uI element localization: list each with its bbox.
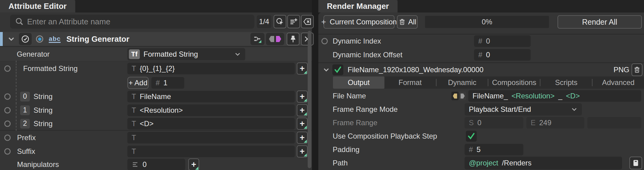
- path-field[interactable]: @project/Renders: [465, 157, 622, 169]
- pin-button[interactable]: [287, 33, 299, 45]
- connection-socket[interactable]: [4, 107, 11, 113]
- collapse-chevron-icon[interactable]: [7, 34, 16, 44]
- connection-socket[interactable]: [4, 148, 11, 154]
- text-prefix: T: [132, 64, 136, 73]
- indent-guide: [16, 103, 16, 118]
- pick-attribute-button[interactable]: [274, 15, 286, 28]
- add-manipulator-button[interactable]: +: [188, 158, 199, 170]
- connection-socket[interactable]: [321, 38, 328, 44]
- dynamic-index-offset-row: Dynamic Index Offset # 0: [318, 48, 644, 62]
- string-field-0[interactable]: T FileName: [127, 91, 295, 102]
- plus-icon: +: [321, 17, 326, 27]
- connection-socket[interactable]: [4, 134, 11, 141]
- add-current-composition-button[interactable]: + Current Composition: [324, 15, 395, 29]
- string-value-2: <D>: [140, 119, 154, 128]
- expression-back-button[interactable]: [451, 92, 458, 100]
- start-prefix: S: [469, 119, 474, 127]
- tab-format[interactable]: Format: [384, 76, 436, 89]
- dynamic-index-label: Dynamic Index: [333, 37, 381, 45]
- attribute-editor-panel: Attribute Editor 1/4: [0, 0, 312, 170]
- manipulators-row: Manipulators 0 +: [0, 158, 312, 170]
- selection-bar: [0, 32, 3, 46]
- connection-socket[interactable]: [4, 93, 11, 100]
- tab-dynamic[interactable]: Dynamic: [437, 76, 488, 89]
- add-to-list-button[interactable]: [287, 15, 300, 28]
- render-all-button[interactable]: Render All: [557, 15, 642, 29]
- frame-range-step-field[interactable]: [587, 117, 641, 129]
- suffix-label: Suffix: [17, 147, 35, 156]
- suffix-row: Suffix T +: [0, 144, 312, 158]
- clear-search-button[interactable]: [301, 15, 314, 28]
- trash-icon: [633, 66, 641, 73]
- text-prefix: T: [132, 133, 136, 142]
- add-connection-button[interactable]: +: [297, 118, 308, 130]
- history-forward-icon[interactable]: [276, 36, 281, 42]
- dynamic-index-offset-value: 0: [486, 51, 490, 59]
- history-navigation-buttons[interactable]: [266, 33, 284, 45]
- enabled-toggle-button[interactable]: [19, 33, 32, 45]
- render-item-name: FileName_1920x1080_Wednesday.00000: [348, 66, 483, 74]
- path-label: Path: [333, 159, 348, 167]
- dynamic-index-field[interactable]: # 0: [474, 35, 531, 47]
- frame-range-mode-row: Frame Range Mode Playback Start/End: [318, 103, 644, 116]
- render-manager-body: + Current Composition All 0% Render All: [318, 12, 644, 170]
- frame-range-end-field[interactable]: E 249: [526, 117, 584, 129]
- generator-dropdown-value: Formatted String: [143, 50, 198, 58]
- padding-field[interactable]: # 5: [465, 144, 523, 155]
- number-prefix: #: [156, 79, 160, 87]
- tab-attribute-editor[interactable]: Attribute Editor: [0, 0, 75, 12]
- add-connection-button[interactable]: +: [297, 62, 308, 75]
- history-back-icon[interactable]: [269, 36, 274, 42]
- string-value-0: FileName: [140, 92, 171, 101]
- frame-range-mode-dropdown[interactable]: Playback Start/End: [465, 103, 582, 115]
- expression-forward-button[interactable]: [459, 92, 466, 100]
- formatted-string-field[interactable]: T {0}_{1}_{2}: [127, 63, 295, 74]
- file-name-label: File Name: [333, 92, 366, 100]
- search-input[interactable]: [27, 17, 249, 27]
- dynamic-index-offset-field[interactable]: # 0: [474, 49, 531, 61]
- item-enabled-checkbox[interactable]: [332, 64, 343, 75]
- string-index-badge: 2: [20, 119, 30, 129]
- tab-compositions[interactable]: Compositions: [488, 76, 540, 89]
- delete-item-button[interactable]: [632, 63, 642, 76]
- render-item-row[interactable]: FileName_1920x1080_Wednesday.00000 PNG: [318, 62, 644, 76]
- add-count-field[interactable]: # 1: [151, 77, 184, 89]
- solo-radio-icon[interactable]: [36, 35, 43, 43]
- add-string-button[interactable]: + Add: [127, 77, 149, 89]
- attribute-editor-tabstrip: Attribute Editor: [0, 0, 312, 12]
- add-connection-button[interactable]: +: [297, 145, 308, 158]
- add-connection-button[interactable]: +: [297, 90, 308, 103]
- expression-back-icon: [453, 94, 457, 99]
- suffix-field[interactable]: T: [127, 146, 295, 157]
- string-field-1[interactable]: T <Resolution>: [127, 104, 295, 116]
- frame-range-mode-value: Playback Start/End: [469, 105, 531, 114]
- render-progress-bar: 0%: [425, 16, 549, 28]
- search-match-counter: 1/4: [257, 15, 271, 28]
- close-node-button[interactable]: [301, 33, 314, 45]
- add-connection-button[interactable]: +: [297, 132, 308, 144]
- string-generator-type-icon: abc: [49, 35, 61, 43]
- connection-socket[interactable]: [4, 66, 11, 72]
- string-field-2[interactable]: T <D>: [127, 118, 295, 129]
- use-playback-step-checkbox[interactable]: [466, 131, 477, 142]
- generator-type-dropdown[interactable]: Tf Formatted String: [127, 48, 245, 60]
- file-name-field[interactable]: FileName_<Resolution>_<D>: [468, 90, 641, 102]
- browse-path-button[interactable]: [629, 157, 642, 169]
- add-connection-button[interactable]: +: [297, 104, 308, 116]
- tab-scripts[interactable]: Scripts: [540, 76, 592, 89]
- vertical-scrollbar[interactable]: [308, 31, 311, 168]
- prefix-row: Prefix T +: [0, 131, 312, 144]
- item-collapse-chevron-icon[interactable]: [322, 66, 331, 74]
- connection-socket[interactable]: [4, 120, 11, 127]
- tab-output[interactable]: Output: [333, 76, 384, 89]
- trash-icon: [398, 18, 406, 26]
- tab-advanced[interactable]: Advanced: [593, 76, 644, 89]
- frame-range-start-field[interactable]: S 0: [465, 117, 523, 129]
- frame-range-row: Frame Range S 0 E 249: [318, 116, 644, 129]
- delete-all-button[interactable]: All: [397, 15, 418, 29]
- show-in-node-graph-button[interactable]: [250, 33, 264, 45]
- tab-render-manager[interactable]: Render Manager: [318, 0, 398, 12]
- application-window: Attribute Editor 1/4: [0, 0, 644, 170]
- prefix-field[interactable]: T: [127, 132, 295, 143]
- manipulators-field[interactable]: 0: [127, 159, 185, 170]
